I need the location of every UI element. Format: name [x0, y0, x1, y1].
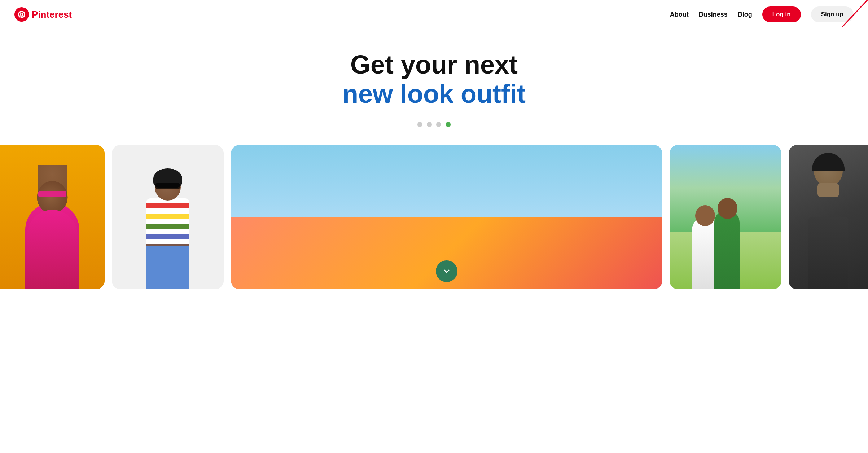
person4b-head — [718, 198, 737, 219]
hero-title-line2: new look outfit — [7, 79, 861, 109]
image-card-5 — [789, 145, 868, 289]
person2-torso — [146, 198, 189, 249]
person-yellow-bg — [0, 145, 105, 289]
image-card-2 — [112, 145, 224, 289]
person2-sunglasses — [155, 183, 180, 189]
hero-title: Get your next new look outfit — [7, 50, 861, 109]
image-card-1 — [0, 145, 105, 289]
person1-glasses — [38, 191, 66, 197]
person4a-body — [692, 217, 717, 289]
scroll-down-button[interactable] — [436, 260, 457, 282]
person-striped-shirt — [112, 145, 224, 289]
hero-section: Get your next new look outfit — [0, 29, 868, 138]
dot-4[interactable] — [446, 122, 451, 127]
dot-1[interactable] — [417, 122, 422, 127]
person2-figure — [139, 167, 197, 289]
nav-bar: About Business Blog Log in Sign up — [670, 6, 854, 22]
image-card-3 — [231, 145, 662, 289]
dark-man-head — [814, 156, 843, 186]
nav-business[interactable]: Business — [699, 11, 728, 18]
person1-body — [25, 203, 79, 289]
grayscale-man-bg — [789, 145, 868, 289]
person4a-head — [695, 205, 715, 226]
logo-text: Pinterest — [32, 9, 72, 20]
dark-man-body — [808, 217, 848, 289]
header: Pinterest About Business Blog Log in Sig… — [0, 0, 868, 29]
slide-dots — [7, 122, 861, 127]
nav-blog[interactable]: Blog — [738, 11, 752, 18]
signup-button[interactable]: Sign up — [811, 6, 854, 22]
person1-head — [37, 181, 68, 214]
logo[interactable]: Pinterest — [14, 7, 72, 22]
dark-man-hands — [817, 183, 839, 197]
dot-2[interactable] — [427, 122, 432, 127]
hero-title-line1: Get your next — [7, 50, 861, 79]
card4-outdoor-scene — [670, 145, 781, 289]
nav-about[interactable]: About — [670, 11, 689, 18]
person2-jeans — [146, 246, 189, 289]
dot-3[interactable] — [436, 122, 441, 127]
image-card-4 — [670, 145, 781, 289]
login-button[interactable]: Log in — [762, 6, 801, 22]
dark-man-hair — [812, 153, 845, 171]
chevron-down-icon — [442, 267, 451, 276]
pinterest-logo-icon — [14, 7, 29, 22]
person4b-body — [714, 210, 740, 289]
image-grid — [0, 145, 868, 289]
